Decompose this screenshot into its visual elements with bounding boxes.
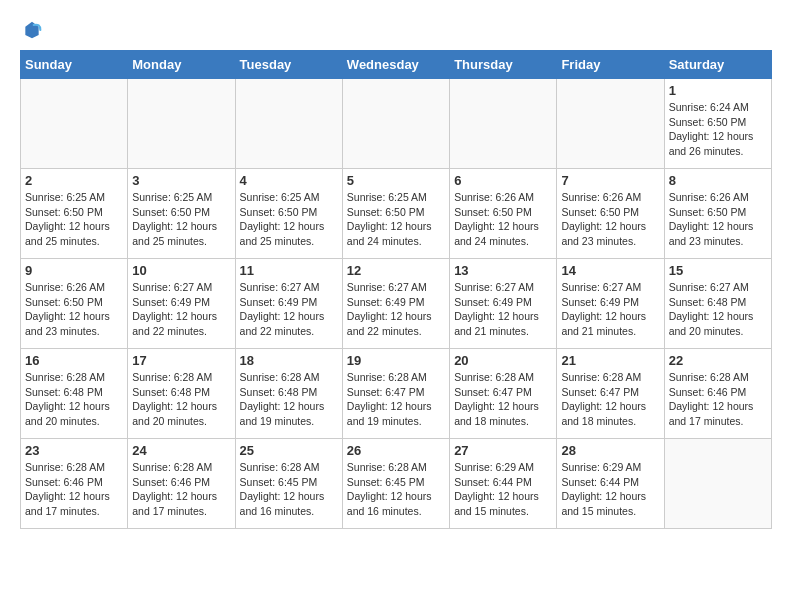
day-number: 2 [25,173,123,188]
day-number: 27 [454,443,552,458]
calendar-cell: 20Sunrise: 6:28 AM Sunset: 6:47 PM Dayli… [450,349,557,439]
day-number: 23 [25,443,123,458]
calendar-day-header: Thursday [450,51,557,79]
day-info: Sunrise: 6:28 AM Sunset: 6:48 PM Dayligh… [25,370,123,429]
day-number: 8 [669,173,767,188]
calendar-table: SundayMondayTuesdayWednesdayThursdayFrid… [20,50,772,529]
calendar-cell: 13Sunrise: 6:27 AM Sunset: 6:49 PM Dayli… [450,259,557,349]
calendar-day-header: Wednesday [342,51,449,79]
calendar-cell [342,79,449,169]
day-info: Sunrise: 6:28 AM Sunset: 6:48 PM Dayligh… [240,370,338,429]
calendar-cell: 22Sunrise: 6:28 AM Sunset: 6:46 PM Dayli… [664,349,771,439]
calendar-cell: 26Sunrise: 6:28 AM Sunset: 6:45 PM Dayli… [342,439,449,529]
day-number: 22 [669,353,767,368]
calendar-cell: 14Sunrise: 6:27 AM Sunset: 6:49 PM Dayli… [557,259,664,349]
day-number: 14 [561,263,659,278]
calendar-day-header: Friday [557,51,664,79]
day-info: Sunrise: 6:27 AM Sunset: 6:49 PM Dayligh… [347,280,445,339]
day-info: Sunrise: 6:29 AM Sunset: 6:44 PM Dayligh… [454,460,552,519]
calendar-cell: 9Sunrise: 6:26 AM Sunset: 6:50 PM Daylig… [21,259,128,349]
calendar-cell [21,79,128,169]
day-info: Sunrise: 6:25 AM Sunset: 6:50 PM Dayligh… [347,190,445,249]
calendar-week-row: 2Sunrise: 6:25 AM Sunset: 6:50 PM Daylig… [21,169,772,259]
day-number: 10 [132,263,230,278]
calendar-cell: 3Sunrise: 6:25 AM Sunset: 6:50 PM Daylig… [128,169,235,259]
day-number: 13 [454,263,552,278]
calendar-cell: 1Sunrise: 6:24 AM Sunset: 6:50 PM Daylig… [664,79,771,169]
day-number: 19 [347,353,445,368]
day-number: 28 [561,443,659,458]
calendar-cell: 10Sunrise: 6:27 AM Sunset: 6:49 PM Dayli… [128,259,235,349]
calendar-cell: 12Sunrise: 6:27 AM Sunset: 6:49 PM Dayli… [342,259,449,349]
calendar-week-row: 16Sunrise: 6:28 AM Sunset: 6:48 PM Dayli… [21,349,772,439]
day-number: 7 [561,173,659,188]
day-number: 11 [240,263,338,278]
day-number: 1 [669,83,767,98]
day-number: 21 [561,353,659,368]
calendar-week-row: 1Sunrise: 6:24 AM Sunset: 6:50 PM Daylig… [21,79,772,169]
day-info: Sunrise: 6:26 AM Sunset: 6:50 PM Dayligh… [669,190,767,249]
day-info: Sunrise: 6:27 AM Sunset: 6:49 PM Dayligh… [561,280,659,339]
day-number: 4 [240,173,338,188]
calendar-cell: 4Sunrise: 6:25 AM Sunset: 6:50 PM Daylig… [235,169,342,259]
calendar-cell: 24Sunrise: 6:28 AM Sunset: 6:46 PM Dayli… [128,439,235,529]
day-number: 9 [25,263,123,278]
day-info: Sunrise: 6:28 AM Sunset: 6:45 PM Dayligh… [347,460,445,519]
calendar-cell [128,79,235,169]
day-info: Sunrise: 6:28 AM Sunset: 6:48 PM Dayligh… [132,370,230,429]
day-info: Sunrise: 6:28 AM Sunset: 6:47 PM Dayligh… [454,370,552,429]
calendar-cell: 28Sunrise: 6:29 AM Sunset: 6:44 PM Dayli… [557,439,664,529]
day-info: Sunrise: 6:28 AM Sunset: 6:46 PM Dayligh… [669,370,767,429]
day-number: 3 [132,173,230,188]
day-number: 12 [347,263,445,278]
day-info: Sunrise: 6:28 AM Sunset: 6:47 PM Dayligh… [347,370,445,429]
logo-icon [22,20,42,40]
day-number: 15 [669,263,767,278]
day-number: 20 [454,353,552,368]
day-info: Sunrise: 6:28 AM Sunset: 6:46 PM Dayligh… [25,460,123,519]
day-info: Sunrise: 6:26 AM Sunset: 6:50 PM Dayligh… [25,280,123,339]
calendar-cell: 6Sunrise: 6:26 AM Sunset: 6:50 PM Daylig… [450,169,557,259]
day-number: 18 [240,353,338,368]
day-number: 24 [132,443,230,458]
calendar-cell: 17Sunrise: 6:28 AM Sunset: 6:48 PM Dayli… [128,349,235,439]
calendar-cell: 5Sunrise: 6:25 AM Sunset: 6:50 PM Daylig… [342,169,449,259]
calendar-day-header: Sunday [21,51,128,79]
calendar-week-row: 23Sunrise: 6:28 AM Sunset: 6:46 PM Dayli… [21,439,772,529]
calendar-cell [664,439,771,529]
day-info: Sunrise: 6:27 AM Sunset: 6:48 PM Dayligh… [669,280,767,339]
day-info: Sunrise: 6:27 AM Sunset: 6:49 PM Dayligh… [240,280,338,339]
day-number: 6 [454,173,552,188]
day-info: Sunrise: 6:28 AM Sunset: 6:46 PM Dayligh… [132,460,230,519]
calendar-day-header: Monday [128,51,235,79]
logo [20,20,42,40]
day-info: Sunrise: 6:25 AM Sunset: 6:50 PM Dayligh… [132,190,230,249]
calendar-cell: 23Sunrise: 6:28 AM Sunset: 6:46 PM Dayli… [21,439,128,529]
day-number: 26 [347,443,445,458]
calendar-header-row: SundayMondayTuesdayWednesdayThursdayFrid… [21,51,772,79]
day-info: Sunrise: 6:27 AM Sunset: 6:49 PM Dayligh… [454,280,552,339]
day-number: 25 [240,443,338,458]
page-header [20,20,772,40]
calendar-cell: 2Sunrise: 6:25 AM Sunset: 6:50 PM Daylig… [21,169,128,259]
day-number: 5 [347,173,445,188]
day-number: 17 [132,353,230,368]
calendar-day-header: Saturday [664,51,771,79]
day-number: 16 [25,353,123,368]
day-info: Sunrise: 6:24 AM Sunset: 6:50 PM Dayligh… [669,100,767,159]
day-info: Sunrise: 6:29 AM Sunset: 6:44 PM Dayligh… [561,460,659,519]
calendar-cell: 18Sunrise: 6:28 AM Sunset: 6:48 PM Dayli… [235,349,342,439]
calendar-cell: 15Sunrise: 6:27 AM Sunset: 6:48 PM Dayli… [664,259,771,349]
day-info: Sunrise: 6:26 AM Sunset: 6:50 PM Dayligh… [454,190,552,249]
calendar-cell [235,79,342,169]
day-info: Sunrise: 6:25 AM Sunset: 6:50 PM Dayligh… [240,190,338,249]
calendar-day-header: Tuesday [235,51,342,79]
calendar-cell: 8Sunrise: 6:26 AM Sunset: 6:50 PM Daylig… [664,169,771,259]
calendar-cell [450,79,557,169]
calendar-cell [557,79,664,169]
calendar-cell: 19Sunrise: 6:28 AM Sunset: 6:47 PM Dayli… [342,349,449,439]
calendar-cell: 16Sunrise: 6:28 AM Sunset: 6:48 PM Dayli… [21,349,128,439]
day-info: Sunrise: 6:28 AM Sunset: 6:45 PM Dayligh… [240,460,338,519]
calendar-cell: 7Sunrise: 6:26 AM Sunset: 6:50 PM Daylig… [557,169,664,259]
day-info: Sunrise: 6:28 AM Sunset: 6:47 PM Dayligh… [561,370,659,429]
